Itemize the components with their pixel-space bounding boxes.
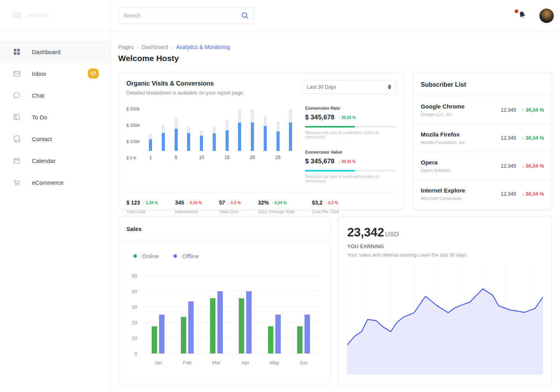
speech-bubble-icon [12,91,21,100]
sidebar-item-label: Inbox [32,70,46,77]
conversion-value-label: Conversion Value [305,150,396,154]
conversions-panel: Conversion Rate $ 345,678 ↑ 30,34 % Meas… [305,106,396,183]
subscriber-row-opera[interactable]: Opera Opera Software 12,345 ↓ 30,34 % [413,152,552,180]
organic-bar: 15 [226,107,229,151]
conversion-value-description: Measures the ratio of a website's visito… [305,175,396,183]
app-logo [0,0,110,32]
subscriber-row-internet-explore[interactable]: Internet Explore Microsoft Corporation 1… [413,180,552,208]
stat-impressions: 345↓ 0,34 % Impressions [175,200,202,214]
shopping-cart-icon [12,178,21,187]
organic-bar [187,107,190,151]
topbar-right [518,9,554,23]
sidebar-item-calendar[interactable]: Calendar [0,150,110,172]
sales-plot [142,276,320,354]
earnings-label: YOU EARNING [347,243,543,249]
conversion-rate-description: Measures the ratio of a website's visito… [305,131,396,139]
sidebar-item-ecommerce[interactable]: eCommerce [0,172,110,193]
breadcrumb-pages[interactable]: Pages [118,44,134,50]
sidebar-item-label: Calendar [32,158,56,164]
organic-bar [289,107,292,151]
sidebar-item-label: Dashboard [32,49,60,55]
stat-click-through-rate: 32%↑ 0,34 % Click-Through Rate [258,200,295,214]
conversion-rate-delta: ↑ 30,34 % [338,116,355,120]
y-tick-label: $ 300K [126,123,148,128]
conversion-value-delta: ↓ 30,34 % [338,159,355,164]
organic-bar: 25 [276,107,280,151]
y-tick-label: $ 500K [126,107,148,111]
sales-bar-group [173,276,202,354]
subscriber-row-mozila-firefox[interactable]: Mozila Firefox Mozilla Foundation, Inc. … [413,124,552,152]
organic-bar [162,107,165,151]
search-box [118,7,254,24]
stat-total-cost: $ 123↑ 1,34 % Total Cost [126,200,158,214]
organic-bar: 5 [175,107,178,151]
sales-bars [142,276,320,354]
sales-legend: Online Offline [129,253,320,259]
y-tick-label: $ 0 K [126,156,148,160]
logo-mark [12,12,21,19]
sidebar-item-label: Chat [32,92,44,99]
organic-bar: 1 [149,107,152,151]
calendar-icon [12,156,21,165]
conversion-value-value: $ 345,678 [305,158,334,165]
subscriber-list-card: Subscriber List Google Chrome Google LLC… [413,72,552,210]
stat-cost-per-click: $3,2↓ 0,3 % Cost Per Click [312,200,339,214]
earnings-subtitle: Your sales and referral earnings over th… [347,252,543,258]
user-avatar[interactable] [539,9,554,23]
sidebar-item-label: To Do [32,114,47,121]
sidebar-item-chat[interactable]: Chat [0,84,110,106]
earnings-amount: 23,342 [347,226,384,240]
sidebar-item-contact[interactable]: Contact [0,128,110,150]
sales-bar-group [260,276,289,354]
organic-bar [213,107,216,151]
breadcrumb-separator: › [137,44,138,50]
organic-bars: 1510152025 [148,107,294,151]
sidebar-item-label: Contact [32,136,52,142]
organic-visits-card: Organic Visits & Conversions Detailed br… [118,72,404,210]
organic-bar-chart: $ 500K $ 300K $ 100K $ 0 K 1510152025 [126,106,294,183]
conversion-value-progress [305,170,396,172]
sales-bar-group [289,276,318,354]
conversion-rate-label: Conversion Rate [305,106,396,110]
sales-bar-chart: 01020304050 JanFebMarAprMayJun [129,276,320,366]
dashboard-grid-icon [12,47,21,56]
organic-bar: 10 [200,107,203,151]
card-title: Organic Visits & Conversions [126,80,245,87]
sidebar-item-dashboard[interactable]: Dashboard [0,41,110,63]
stat-total-click: 57↓ 0,3 % Total Click [219,200,241,214]
online-dot-icon [133,254,137,258]
sidebar-item-todo[interactable]: To Do [0,106,110,128]
sidebar-item-inbox[interactable]: Inbox 17 [0,63,110,84]
conversion-rate-block: Conversion Rate $ 345,678 ↑ 30,34 % Meas… [305,106,396,139]
organic-stats-row: $ 123↑ 1,34 % Total Cost 345↓ 0,34 % Imp… [126,192,396,214]
notifications-bell-icon[interactable] [518,10,528,21]
topbar [111,0,560,32]
search-icon[interactable] [241,11,249,20]
breadcrumb-separator: › [172,44,173,50]
search-input[interactable] [123,12,241,19]
subscriber-row-google-chrome[interactable]: Google Chrome Google LLC, Inc. 12,345 ↑ … [413,96,552,124]
book-icon [12,135,21,143]
date-range-select[interactable]: Last 30 Days [302,80,396,94]
inbox-unread-badge: 17 [88,68,99,79]
page-content: Pages › Dashboard › Analytics & Monitori… [111,32,560,386]
legend-item-offline: Offline [173,253,199,259]
main-area: Pages › Dashboard › Analytics & Monitori… [111,0,560,392]
layout-board-icon [12,113,21,121]
legend-item-online: Online [133,253,159,259]
earnings-area-chart [347,264,543,374]
organic-bar [238,107,241,151]
card-title: Sales [119,217,330,240]
date-range-value: Last 30 Days [307,84,336,90]
sidebar-nav: Dashboard Inbox 17 Chat To Do [0,32,110,193]
organic-bar [264,107,267,151]
sales-bar-group [144,276,173,354]
card-title: Subscriber List [413,72,552,96]
breadcrumb-dashboard[interactable]: Dashboard [142,44,168,50]
sidebar-item-label: eCommerce [32,179,64,186]
breadcrumb-current[interactable]: Analytics & Monitoring [176,44,230,50]
select-arrows-icon [388,84,391,89]
page-title: Welcome Hosty [118,54,552,63]
envelope-icon [12,69,21,78]
sidebar: Dashboard Inbox 17 Chat To Do [0,0,111,392]
